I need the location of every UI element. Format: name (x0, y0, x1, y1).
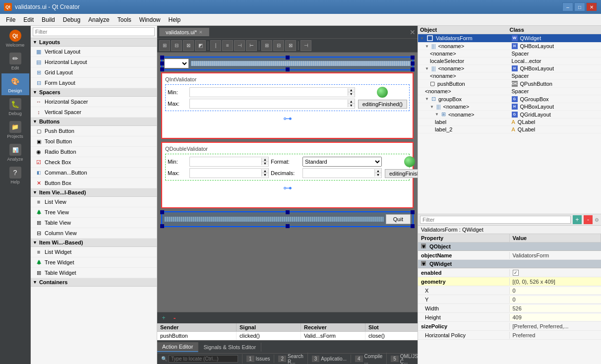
format-select[interactable]: Standard (302, 157, 382, 167)
int-min-down[interactable]: ▼ (348, 92, 355, 96)
int-min-up[interactable]: ▲ (348, 88, 355, 92)
props-settings-icon[interactable]: ⚙ (595, 217, 599, 223)
menu-build[interactable]: Build (38, 15, 59, 24)
brow-handle-tl[interactable] (160, 210, 164, 214)
menu-edit[interactable]: Edit (19, 15, 38, 24)
widget-horizontal-spacer[interactable]: ↔ Horizontal Spacer (31, 97, 157, 107)
toolbar-btn-4[interactable]: ◩ (195, 40, 206, 51)
qwidget-section-icon[interactable]: ▼ (421, 261, 426, 266)
widget-tree-widget[interactable]: 🌲 Tree Widget (31, 257, 157, 268)
decimals-input-group[interactable]: 2 ▲ ▼ (302, 168, 382, 178)
int-editing-finished-btn[interactable]: editingFinished() (358, 100, 407, 109)
sidebar-welcome[interactable]: Qt Welcome (1, 28, 29, 50)
section-spacers[interactable]: ▼ Spacers (31, 88, 157, 97)
resize-handle-left[interactable] (160, 61, 164, 65)
int-max-spinner[interactable]: ▲ ▼ (348, 100, 355, 107)
widget-vertical-layout[interactable]: ▦ Vertical Layout (31, 47, 157, 57)
prop-value-enabled[interactable]: ✓ (510, 269, 601, 276)
obj-row-5[interactable]: <noname> Spacer (418, 72, 601, 80)
sidebar-design[interactable]: 🎨 Design (1, 73, 29, 95)
sidebar-edit[interactable]: ✏ Edit (1, 51, 29, 72)
widget-grid-layout[interactable]: ⊞ Grid Layout (31, 67, 157, 78)
obj-row-11[interactable]: label A QLabel (418, 119, 601, 126)
brow-handle-br[interactable] (411, 224, 415, 228)
obj-row-6[interactable]: ▢ pushButton OK QPushButton (418, 80, 601, 88)
file-tab[interactable]: validators.ui* ✕ (159, 28, 209, 36)
maximize-button[interactable]: □ (574, 2, 585, 11)
obj-row-1[interactable]: ▼ ||| <noname> H QHBoxLayout (418, 43, 601, 50)
toolbar-btn-12[interactable]: ⊣ (300, 40, 311, 51)
close-button[interactable]: ✕ (586, 2, 597, 11)
obj-row-2[interactable]: <noname> Spacer (418, 50, 601, 58)
widget-column-view[interactable]: ⊟ Column View (31, 228, 157, 239)
section-containers[interactable]: ▼ Containers (31, 278, 157, 287)
sidebar-help[interactable]: ? Help (1, 165, 29, 186)
menu-debug[interactable]: Debug (59, 15, 84, 24)
resize-handle-right[interactable] (411, 61, 415, 65)
brow-handle-top[interactable] (286, 210, 290, 214)
int-min-input-group[interactable]: 0 ▲ ▼ (189, 87, 355, 97)
tab-action-editor[interactable]: Action Editor (157, 342, 198, 352)
tab-close-icon[interactable]: ✕ (199, 30, 203, 35)
toolbar-btn-5[interactable]: | (210, 40, 221, 51)
prop-value-sizepolicy[interactable]: [Preferred, Preferred,... (510, 323, 601, 330)
decimals-spinner[interactable]: ▲ ▼ (374, 169, 381, 177)
section-collapse-icon[interactable]: ▼ (421, 243, 426, 248)
double-editing-finished-btn[interactable]: editingFinished() (385, 169, 418, 178)
design-canvas[interactable]: QIntValidator Min: 0 ▲ ▼ (157, 53, 418, 312)
prop-value-x[interactable]: 0 (510, 287, 601, 294)
widget-form-layout[interactable]: ⊟ Form Layout (31, 78, 157, 88)
widget-button-box[interactable]: ✕ Button Box (31, 178, 157, 188)
obj-row-4[interactable]: ▼ ||| <noname> H QHBoxLayout (418, 65, 601, 72)
double-min-input-group[interactable]: 0.00 ▲ ▼ (189, 157, 269, 167)
status-search-r[interactable]: 2 Search R... (274, 353, 307, 364)
double-max-up[interactable]: ▲ (262, 169, 268, 173)
resize-handle-tl[interactable] (160, 56, 164, 60)
toolbar-btn-3[interactable]: ⊠ (183, 40, 194, 51)
status-issues[interactable]: 1 Issues (242, 355, 274, 363)
toolbar-btn-7[interactable]: ⊣ (234, 40, 245, 51)
widget-list-widget[interactable]: ≡ List Widget (31, 247, 157, 257)
quit-button[interactable]: Quit (386, 214, 411, 224)
status-application[interactable]: 3 Applicatio... (308, 355, 351, 363)
widget-table-view[interactable]: ⊞ Table View (31, 218, 157, 228)
widget-filter-input[interactable] (33, 27, 155, 36)
sidebar-analyze[interactable]: 📊 Analyze (1, 142, 29, 164)
enabled-checkbox[interactable]: ✓ (513, 270, 519, 276)
props-add-btn[interactable]: + (573, 215, 582, 224)
toolbar-btn-6[interactable]: ≡ (222, 40, 233, 51)
brow-handle-bot[interactable] (286, 224, 290, 228)
properties-filter-input[interactable] (420, 216, 571, 224)
toolbar-btn-9[interactable]: ⊞ (261, 40, 272, 51)
decimals-down[interactable]: ▼ (375, 173, 381, 177)
widget-radio-button[interactable]: ◉ Radio Button (31, 147, 157, 157)
menu-window[interactable]: Window (135, 15, 165, 24)
double-min-spinner[interactable]: ▲ ▼ (261, 158, 268, 165)
toolbar-btn-1[interactable]: ⊞ (159, 40, 170, 51)
double-min-input[interactable]: 0.00 (190, 157, 261, 166)
menu-file[interactable]: File (2, 15, 19, 24)
double-max-down[interactable]: ▼ (262, 173, 268, 177)
signal-add-button[interactable]: + (159, 314, 168, 322)
tab-close-x[interactable]: ✕ (410, 28, 416, 36)
obj-row-3[interactable]: localeSelector Local...ector (418, 58, 601, 65)
prop-value-height[interactable]: 409 (510, 314, 601, 321)
section-layouts[interactable]: ▼ Layouts (31, 38, 157, 47)
widget-table-widget[interactable]: ⊞ Table Widget (31, 268, 157, 278)
widget-horizontal-layout[interactable]: ▤ Horizontal Layout (31, 57, 157, 67)
prop-value-objectname[interactable]: ValidatorsForm (510, 252, 601, 259)
signal-remove-button[interactable]: - (170, 314, 179, 322)
widget-command-button[interactable]: ◧ Comman...Button (31, 168, 157, 178)
toolbar-btn-11[interactable]: ⊠ (285, 40, 296, 51)
brow-handle-tr[interactable] (411, 210, 415, 214)
int-min-spinner[interactable]: ▲ ▼ (348, 88, 355, 96)
menu-tools[interactable]: Tools (114, 15, 135, 24)
prop-value-geometry[interactable]: [(0, 0), 526 x 409] (510, 278, 601, 285)
obj-row-10[interactable]: ▼ ⊞ <noname> G QGridLayout (418, 111, 601, 119)
widget-check-box[interactable]: ☑ Check Box (31, 157, 157, 168)
toolbar-btn-2[interactable]: ⊟ (171, 40, 182, 51)
obj-row-validatorsform[interactable]: ▼ ValidatorsForm W QWidget (418, 34, 601, 43)
section-item-views[interactable]: ▼ Item Vie...l-Based) (31, 188, 157, 197)
widget-tree-view[interactable]: 🌲 Tree View (31, 207, 157, 218)
resize-handle-top[interactable] (286, 56, 290, 60)
